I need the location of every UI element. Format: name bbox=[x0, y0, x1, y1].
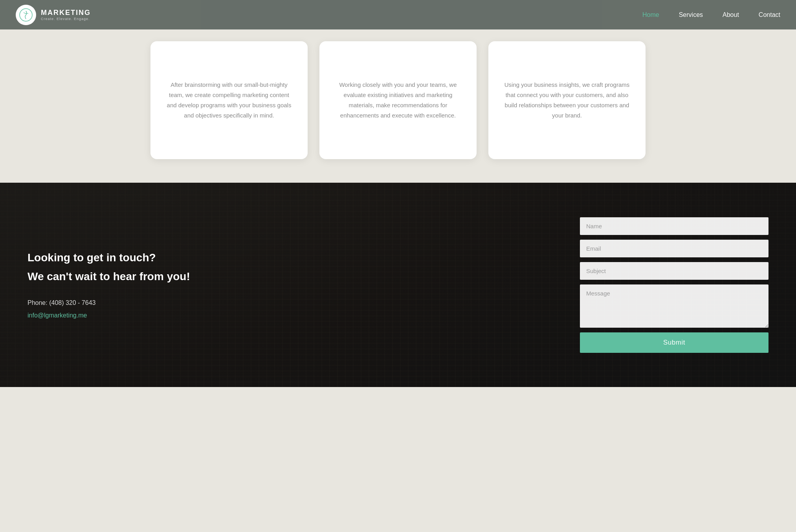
nav-link-services[interactable]: Services bbox=[679, 11, 703, 18]
nav-item-services[interactable]: Services bbox=[679, 11, 703, 18]
message-textarea[interactable] bbox=[580, 284, 768, 328]
subject-input[interactable] bbox=[580, 262, 768, 280]
nav-link-contact[interactable]: Contact bbox=[759, 11, 780, 18]
card-3-text: Using your business insights, we craft p… bbox=[502, 80, 632, 121]
name-input[interactable] bbox=[580, 217, 768, 235]
nav-link-home[interactable]: Home bbox=[642, 11, 659, 18]
nav-links: Home Services About Contact bbox=[642, 11, 780, 18]
card-3: Using your business insights, we craft p… bbox=[488, 41, 646, 159]
submit-button[interactable]: Submit bbox=[580, 332, 768, 353]
contact-left: Looking to get in touch? We can't wait t… bbox=[28, 251, 193, 319]
nav-item-home[interactable]: Home bbox=[642, 11, 659, 18]
card-2-text: Working closely with you and your teams,… bbox=[333, 80, 463, 121]
page-wrapper: MARKETING Create. Elevate. Engage. Home … bbox=[0, 0, 796, 387]
logo-subtitle: Create. Elevate. Engage. bbox=[41, 17, 91, 21]
logo-icon bbox=[16, 5, 36, 25]
card-1-text: After brainstorming with our small-but-m… bbox=[164, 80, 294, 121]
nav-item-about[interactable]: About bbox=[723, 11, 739, 18]
card-2: Working closely with you and your teams,… bbox=[319, 41, 477, 159]
email-input[interactable] bbox=[580, 240, 768, 257]
cards-section: After brainstorming with our small-but-m… bbox=[0, 29, 796, 183]
contact-form: Submit bbox=[580, 217, 768, 353]
contact-section: Looking to get in touch? We can't wait t… bbox=[0, 183, 796, 387]
contact-subheadline: We can't wait to hear from you! bbox=[28, 270, 193, 284]
contact-inner: Looking to get in touch? We can't wait t… bbox=[0, 194, 796, 376]
nav-item-contact[interactable]: Contact bbox=[759, 11, 780, 18]
contact-phone: Phone: (408) 320 - 7643 bbox=[28, 299, 193, 306]
nav-link-about[interactable]: About bbox=[723, 11, 739, 18]
navbar: MARKETING Create. Elevate. Engage. Home … bbox=[0, 0, 796, 29]
logo-text: MARKETING Create. Elevate. Engage. bbox=[41, 9, 91, 21]
contact-headline: Looking to get in touch? bbox=[28, 251, 193, 265]
contact-email-link[interactable]: info@lgmarketing.me bbox=[28, 312, 87, 319]
card-1: After brainstorming with our small-but-m… bbox=[150, 41, 308, 159]
logo-area: MARKETING Create. Elevate. Engage. bbox=[16, 5, 91, 25]
logo-title: MARKETING bbox=[41, 9, 91, 17]
